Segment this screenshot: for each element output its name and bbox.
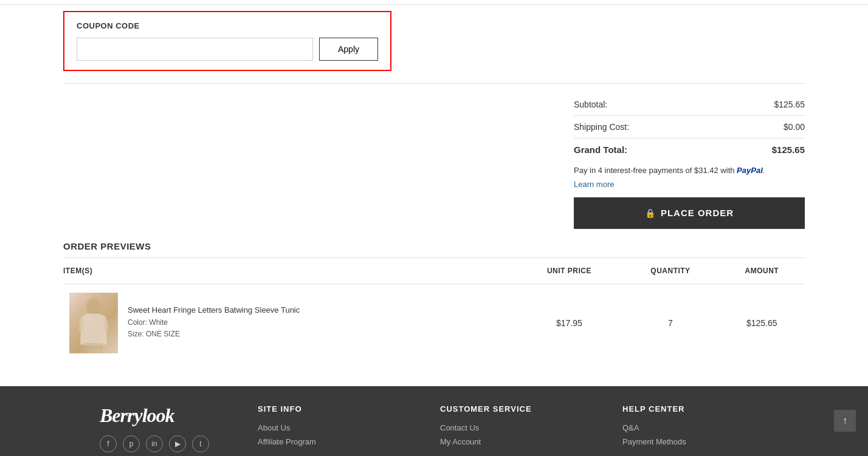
twitter-icon[interactable]: t bbox=[192, 435, 209, 452]
table-header-row: ITEM(S) UNIT PRICE QUANTITY AMOUNT bbox=[63, 258, 805, 284]
col-items: ITEM(S) bbox=[63, 258, 517, 284]
footer-link-payment-methods[interactable]: Payment Methods bbox=[622, 437, 768, 446]
product-size: Size: ONE SIZE bbox=[128, 328, 300, 340]
footer-link-contact-us[interactable]: Contact Us bbox=[440, 423, 586, 432]
footer-link-qa[interactable]: Q&A bbox=[622, 423, 768, 432]
footer-link-my-account[interactable]: My Account bbox=[440, 437, 586, 446]
summary-area: Subtotal: $125.65 Shipping Cost: $0.00 G… bbox=[63, 96, 805, 229]
quantity-cell: 7 bbox=[622, 284, 718, 362]
place-order-button[interactable]: 🔒 PLACE ORDER bbox=[574, 197, 805, 229]
footer: Berrylook f p in ▶ t SITE INFO About Us … bbox=[0, 386, 868, 457]
unit-price-cell: $17.95 bbox=[517, 284, 622, 362]
product-silhouette-svg bbox=[75, 296, 112, 350]
subtotal-label: Subtotal: bbox=[574, 100, 607, 109]
order-previews-title: ORDER PREVIEWS bbox=[63, 241, 805, 258]
summary-box: Subtotal: $125.65 Shipping Cost: $0.00 G… bbox=[574, 96, 805, 229]
subtotal-row: Subtotal: $125.65 bbox=[574, 96, 805, 113]
product-image bbox=[69, 293, 118, 353]
coupon-divider bbox=[63, 83, 805, 84]
grand-total-value: $125.65 bbox=[772, 145, 805, 155]
product-color: Color: White bbox=[128, 317, 300, 328]
grand-total-row: Grand Total: $125.65 bbox=[574, 141, 805, 158]
footer-col-title-customer-service: CUSTOMER SERVICE bbox=[440, 404, 586, 413]
lock-icon: 🔒 bbox=[645, 208, 656, 218]
page-wrapper: COUPON CODE Apply Subtotal: $125.65 Ship… bbox=[0, 0, 868, 456]
footer-link-about-us[interactable]: About Us bbox=[258, 423, 404, 432]
scroll-top-button[interactable]: ↑ bbox=[834, 410, 856, 432]
coupon-section: COUPON CODE Apply bbox=[63, 11, 391, 71]
instagram-icon[interactable]: in bbox=[146, 435, 163, 452]
footer-inner: Berrylook f p in ▶ t SITE INFO About Us … bbox=[51, 404, 817, 452]
pinterest-icon[interactable]: p bbox=[123, 435, 140, 452]
order-table: ITEM(S) UNIT PRICE QUANTITY AMOUNT bbox=[63, 258, 805, 362]
svg-point-0 bbox=[86, 298, 101, 315]
facebook-icon[interactable]: f bbox=[100, 435, 117, 452]
shipping-row: Shipping Cost: $0.00 bbox=[574, 118, 805, 135]
footer-col-title-help-center: HELP CENTER bbox=[622, 404, 768, 413]
product-image-figure bbox=[69, 293, 118, 353]
product-cell: Sweet Heart Fringe Letters Batwing Sleev… bbox=[69, 293, 511, 353]
coupon-label: COUPON CODE bbox=[77, 21, 378, 30]
footer-col-customer-service: CUSTOMER SERVICE Contact Us My Account bbox=[440, 404, 586, 451]
shipping-label: Shipping Cost: bbox=[574, 122, 629, 132]
footer-link-affiliate[interactable]: Affiliate Program bbox=[258, 437, 404, 446]
paypal-logo: PayPal bbox=[737, 166, 763, 175]
col-quantity: QUANTITY bbox=[622, 258, 718, 284]
paypal-brand: PayPal. bbox=[737, 166, 765, 175]
apply-button[interactable]: Apply bbox=[319, 38, 378, 61]
main-content: COUPON CODE Apply Subtotal: $125.65 Ship… bbox=[51, 5, 817, 362]
amount-cell: $125.65 bbox=[719, 284, 805, 362]
grand-total-label: Grand Total: bbox=[574, 145, 627, 155]
footer-col-help-center: HELP CENTER Q&A Payment Methods bbox=[622, 404, 768, 451]
shipping-value: $0.00 bbox=[784, 122, 805, 132]
product-name: Sweet Heart Fringe Letters Batwing Sleev… bbox=[128, 305, 300, 315]
product-cell-td: Sweet Heart Fringe Letters Batwing Sleev… bbox=[63, 284, 517, 362]
coupon-row: Apply bbox=[77, 38, 378, 61]
paypal-text: Pay in 4 interest-free payments of $31.4… bbox=[574, 165, 805, 177]
summary-divider-1 bbox=[574, 115, 805, 116]
summary-divider-2 bbox=[574, 138, 805, 138]
footer-col-site-info: SITE INFO About Us Affiliate Program bbox=[258, 404, 404, 451]
footer-col-title-site-info: SITE INFO bbox=[258, 404, 404, 413]
top-bar bbox=[0, 0, 868, 5]
col-amount: AMOUNT bbox=[719, 258, 805, 284]
youtube-icon[interactable]: ▶ bbox=[169, 435, 186, 452]
paypal-pay-text: Pay in 4 interest-free payments of $31.4… bbox=[574, 166, 734, 175]
col-unit-price: UNIT PRICE bbox=[517, 258, 622, 284]
brand-logo: Berrylook bbox=[100, 404, 221, 427]
learn-more-link[interactable]: Learn more bbox=[574, 180, 614, 189]
table-row: Sweet Heart Fringe Letters Batwing Sleev… bbox=[63, 284, 805, 362]
coupon-input[interactable] bbox=[77, 38, 313, 61]
footer-brand: Berrylook f p in ▶ t bbox=[100, 404, 221, 452]
place-order-label: PLACE ORDER bbox=[661, 208, 734, 218]
subtotal-value: $125.65 bbox=[774, 100, 805, 109]
order-previews-section: ORDER PREVIEWS ITEM(S) UNIT PRICE QUANTI… bbox=[63, 241, 805, 362]
social-icons: f p in ▶ t bbox=[100, 435, 221, 452]
product-info: Sweet Heart Fringe Letters Batwing Sleev… bbox=[128, 305, 300, 340]
